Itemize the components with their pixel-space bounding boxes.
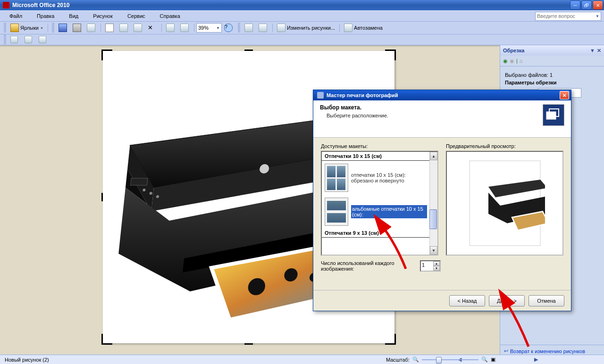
dialog-subheading: Выберите расположение. <box>327 113 388 118</box>
layout-group-header: Отпечатки 9 x 13 (см) <box>322 229 430 238</box>
dialog-close-button[interactable]: ✕ <box>560 91 569 99</box>
layout-item-landscape[interactable]: альбомные отпечатки 10 x 15 (см): <box>322 195 430 229</box>
window-minimize-button[interactable]: ─ <box>570 0 580 10</box>
uses-spinner[interactable]: 1 ▲▼ <box>420 260 441 272</box>
mail-button[interactable] <box>84 23 99 33</box>
task-pane-close-icon[interactable]: ✕ <box>597 48 601 54</box>
redo-button[interactable] <box>178 23 192 33</box>
layout-preview <box>446 151 563 256</box>
view-thumbnails-button[interactable] <box>8 34 22 45</box>
toolbar-grip[interactable] <box>238 23 240 33</box>
spin-up-icon[interactable]: ▲ <box>433 261 440 266</box>
dialog-title: Мастер печати фотографий <box>327 92 398 98</box>
wizard-header-icon <box>543 104 564 126</box>
layout-group-header: Отпечатки 10 x 15 (см) <box>322 152 430 161</box>
view-filmstrip-button[interactable] <box>22 34 36 45</box>
crop-handle[interactable] <box>101 50 112 60</box>
menu-help[interactable]: Справка <box>153 12 187 20</box>
view-single-button[interactable] <box>36 34 50 45</box>
wizard-cancel-button[interactable]: Отмена <box>528 295 564 306</box>
help-button[interactable]: ? <box>222 23 236 33</box>
task-pane-title: Обрезка <box>503 48 524 53</box>
preview-label: Предварительный просмотр: <box>446 143 563 149</box>
menu-items: Файл Правка Вид Рисунок Сервис Справка <box>3 13 187 19</box>
menu-bar: Файл Правка Вид Рисунок Сервис Справка ▼ <box>0 10 604 22</box>
window-restore-button[interactable]: 🗗 <box>581 0 592 10</box>
menu-picture[interactable]: Рисунок <box>86 12 119 20</box>
undo-button[interactable] <box>164 23 178 33</box>
copy-button[interactable] <box>117 23 131 33</box>
zoom-fit-icon[interactable]: ▣ <box>491 356 495 363</box>
layouts-listbox[interactable]: Отпечатки 10 x 15 (см) отпечатки 10 x 15… <box>321 151 438 256</box>
return-icon: ↩ <box>504 348 508 354</box>
print-wizard-dialog: Мастер печати фотографий ✕ Выбор макета.… <box>313 90 571 311</box>
crop-params-label: Параметры обрезки <box>505 80 599 85</box>
scroll-down-icon[interactable]: ▼ <box>430 246 437 255</box>
zoom-slider[interactable] <box>422 359 478 360</box>
print-button[interactable] <box>70 23 84 33</box>
task-pane-nav: ◉ ◉ | ⌂ <box>500 56 604 66</box>
svg-rect-7 <box>130 178 148 185</box>
dialog-heading: Выбор макета. <box>320 104 388 111</box>
svg-rect-17 <box>549 109 559 116</box>
wizard-next-button[interactable]: Далее > <box>489 295 525 306</box>
zoom-out-icon[interactable]: 🔍 <box>412 356 419 363</box>
nav-home-icon[interactable]: ⌂ <box>520 58 523 64</box>
main-toolbar: Ярлыки▼ ✕ 39%▼ ? Изменить рисунки... Авт… <box>0 22 604 34</box>
help-search-input[interactable] <box>536 13 594 20</box>
delete-button[interactable]: ✕ <box>145 23 159 33</box>
paste-button[interactable] <box>131 23 145 33</box>
menu-tools[interactable]: Сервис <box>121 12 152 20</box>
listbox-scrollbar[interactable]: ▲ ▼ <box>429 152 437 255</box>
task-pane-dropdown-icon[interactable]: ▼ <box>590 48 595 54</box>
status-bar: Новый рисунок (2) ◀ ▶ Масштаб: 🔍 🔍 ▣ <box>0 355 604 364</box>
app-title: Microsoft Office 2010 <box>12 2 69 8</box>
menu-edit[interactable]: Правка <box>30 12 61 20</box>
wizard-back-button[interactable]: < Назад <box>449 295 485 306</box>
window-close-button[interactable]: ✕ <box>593 0 603 10</box>
scroll-up-icon[interactable]: ▲ <box>430 152 437 160</box>
uses-per-image-label: Число использований каждого изображения: <box>321 260 415 272</box>
crop-handle[interactable] <box>101 334 112 345</box>
toolbar-grip[interactable] <box>52 23 54 33</box>
shortcuts-button[interactable]: Ярлыки▼ <box>8 23 46 33</box>
spin-down-icon[interactable]: ▼ <box>433 266 440 271</box>
layout-item-portrait[interactable]: отпечатки 10 x 15 (см):обрезано и поверн… <box>322 161 430 195</box>
crop-handle[interactable] <box>244 50 253 51</box>
status-doc-name: Новый рисунок (2) <box>0 357 49 363</box>
save-button[interactable] <box>56 23 70 33</box>
available-layouts-label: Доступные макеты: <box>321 143 438 149</box>
cut-button[interactable] <box>103 23 117 33</box>
menu-file[interactable]: Файл <box>3 12 29 20</box>
nav-forward-icon[interactable]: ◉ <box>510 58 514 64</box>
rotate-left-button[interactable] <box>242 23 256 33</box>
crop-handle[interactable] <box>244 343 253 345</box>
edit-pictures-button[interactable]: Изменить рисунки... <box>275 23 337 33</box>
crop-handle[interactable] <box>101 193 103 201</box>
app-icon <box>3 2 9 8</box>
rotate-right-button[interactable] <box>256 23 270 33</box>
toolbar-grip[interactable] <box>4 35 6 44</box>
crop-handle[interactable] <box>385 50 396 60</box>
menu-view[interactable]: Вид <box>62 12 85 20</box>
nav-back-icon[interactable]: ◉ <box>503 58 508 64</box>
dialog-icon <box>317 92 324 99</box>
return-to-edit-link[interactable]: Возврат к изменению рисунков <box>510 348 585 354</box>
window-titlebar: Microsoft Office 2010 ─ 🗗 ✕ <box>0 0 604 10</box>
autoreplace-button[interactable]: Автозамена <box>342 23 385 33</box>
help-dropdown-icon[interactable]: ▼ <box>594 13 601 20</box>
hscroll-right-icon[interactable]: ▶ <box>534 356 538 363</box>
help-search-box[interactable]: ▼ <box>535 12 601 21</box>
zoom-combo[interactable]: 39%▼ <box>196 23 222 33</box>
zoom-label: Масштаб: <box>386 357 410 363</box>
dialog-titlebar[interactable]: Мастер печати фотографий ✕ <box>313 90 571 100</box>
crop-handle[interactable] <box>385 334 396 345</box>
view-toolbar <box>0 34 604 45</box>
files-selected-label: Выбрано файлов: 1 <box>505 72 599 78</box>
zoom-in-icon[interactable]: 🔍 <box>481 356 488 363</box>
toolbar-grip[interactable] <box>4 23 6 33</box>
